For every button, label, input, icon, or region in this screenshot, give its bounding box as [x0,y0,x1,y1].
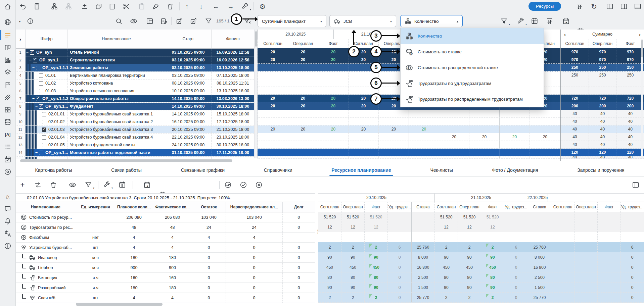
table-row[interactable]: 10 02.01.02 Устройство буронабивных свай… [15,118,254,126]
row-checkbox[interactable] [42,143,46,147]
menu-item[interactable]: Стоимость по ставке [401,44,544,60]
duplicate-icon[interactable] [93,1,104,11]
tab[interactable]: Связи работы [109,164,144,176]
sidebar-item-database-icon[interactable] [2,117,13,128]
search-icon[interactable] [113,16,125,26]
visibility-eye-icon[interactable] [67,180,78,190]
table-row[interactable]: 6 01.03 Устройство песчаного основания 1… [15,87,254,95]
sidebar-item-grid-icon[interactable] [2,104,13,115]
layout-panel-bottom-icon[interactable] [632,1,643,11]
row-expander[interactable]: − [32,65,35,70]
sidebar-item-schedule-lines-icon[interactable] [2,30,13,41]
horizontal-scrollbar[interactable] [17,159,251,162]
language-translate-icon[interactable] [2,228,13,239]
timeline-row[interactable] [258,141,560,149]
row-checkbox[interactable] [42,128,46,132]
menu-item[interactable]: Трудозатраты по уд.трудозатратам [401,75,544,91]
resource-row[interactable]: Бетонщик ч-ч 160 160 0 0 0 [15,273,315,283]
column-header-start[interactable]: Старт [165,30,212,48]
table-row[interactable]: 2 −OP_syn.1 Строительство отеля 03.10.20… [15,56,254,64]
table-row[interactable]: 5 01.02 Устройство котлована 08.10.2025 … [15,80,254,87]
info-icon[interactable] [2,241,13,251]
panel-splitter[interactable]: ⋮⋮ [315,193,318,306]
theme-brightness-icon[interactable]: ☼ [2,191,13,202]
bottom-scrollbar-thumb[interactable] [76,303,163,306]
row-checkbox[interactable] [36,66,40,70]
home-icon[interactable] [2,1,13,12]
resource-row[interactable]: Разнорабочий ч-ч 180 180 0 0 0 [15,283,315,293]
resource-row[interactable]: Стоимость по ресур... 206 080 206 080 10… [15,212,315,222]
row-checkbox[interactable] [42,112,46,116]
import-export-icon[interactable] [544,16,555,26]
row-checkbox[interactable] [36,97,40,101]
resource-row[interactable]: Устройство буронаб... шт 4 4 0 0 0 [15,243,315,253]
table-row[interactable]: 4 01.01 Вертикальная планировка территор… [15,72,254,80]
tab[interactable]: Связанные графики [179,164,227,176]
column-header[interactable]: Остаток [192,202,226,212]
table-row[interactable]: 11 02.01.03 Устройство буронабивных свай… [15,126,254,134]
resource-row[interactable]: Физобъем нет 4 4 4 4 [15,233,315,243]
indent-right-icon[interactable]: → [225,1,236,11]
metric-dropdown[interactable]: Количество ▴ [400,15,463,27]
summary-next-icon[interactable]: › [639,32,641,37]
plan-mode-dropdown[interactable]: Суточный план/факт ▾ [258,15,326,27]
import-export-icon[interactable] [574,1,585,11]
tab[interactable]: Чек-листы [428,164,455,176]
column-header[interactable]: Ед. измерения [76,202,115,212]
menu-item[interactable]: Трудозатраты по распределенным трудозатр… [401,91,544,107]
sidebar-item-kanban-icon[interactable] [2,42,13,53]
resources-button[interactable]: Ресурсы [528,2,561,11]
tab[interactable]: Фото / Документация [490,164,540,176]
clipboard-edit-icon[interactable] [158,16,170,26]
chevron-down-icon[interactable]: ▾ [16,16,24,26]
table-row[interactable]: 14 −OP_syn.1... Монолитные работы подзем… [15,149,254,157]
resource-dropdown[interactable]: JCB ▾ [329,15,396,27]
calendar-grid-icon[interactable] [117,180,128,190]
tab[interactable]: Ресурсное планирование [329,164,393,176]
outdent-left-icon[interactable]: ← [210,1,222,11]
settings-gear-icon[interactable]: ⚙ [257,1,268,11]
refresh-icon[interactable]: ↻ [588,1,600,11]
menu-item[interactable]: Стоимость по распределенной ставке [401,60,544,75]
uncheck-all-icon[interactable] [188,16,199,26]
column-header[interactable]: Плановое коли... [115,202,153,212]
timeline-row[interactable] [258,149,560,156]
sidebar-item-flag-icon[interactable] [2,80,13,90]
row-expander[interactable]: − [35,104,38,109]
calendar-prev-icon[interactable] [560,16,572,26]
calculator-icon[interactable] [31,1,43,11]
tools-wrench-icon[interactable] [515,16,526,26]
row-checkbox[interactable] [42,120,46,124]
info-box-icon[interactable] [25,16,36,26]
table-row[interactable] [15,157,254,159]
clear-filter-icon[interactable] [242,16,253,26]
resource-row[interactable]: Liebherr м-ч 900 900 0 0 0 [15,263,315,273]
layout-panel-right-icon[interactable] [618,1,630,11]
scrollbar-thumb[interactable] [641,40,643,57]
scrollbar-thumb[interactable] [20,159,232,162]
summary-prev-icon[interactable]: ‹ [564,32,566,37]
add-plus-icon[interactable]: + [17,180,28,190]
column-header[interactable]: Наименование [15,202,76,212]
row-expander[interactable]: − [26,50,29,55]
row-checkbox[interactable] [33,58,37,62]
sidebar-item-hatch-icon[interactable] [2,92,13,103]
sidebar-item-chart-icon[interactable] [2,55,13,65]
tools-wrench-icon[interactable] [239,1,251,11]
timeline-row[interactable]: 20202020 [258,133,560,141]
delete-trash-icon[interactable] [165,1,176,11]
comments-icon[interactable] [2,203,13,214]
table-row[interactable]: 12 02.01.04 Устройство буронабивных свай… [15,134,254,141]
move-up-icon[interactable]: ↑ [181,1,193,11]
tab[interactable]: Запросы и поручения [575,164,626,176]
tab[interactable]: Справочники [262,164,294,176]
row-expander[interactable]: − [35,150,38,155]
row-checkbox[interactable] [39,89,43,93]
filter-funnel-icon[interactable] [83,180,94,190]
column-header-name[interactable]: Наименование [68,30,165,48]
row-expander[interactable]: − [29,58,32,62]
add-row-icon[interactable] [79,1,90,11]
sidebar-item-attribute-icon[interactable]: [A] [2,129,13,140]
row-checkbox[interactable] [30,50,34,55]
copy-icon[interactable] [106,1,118,11]
